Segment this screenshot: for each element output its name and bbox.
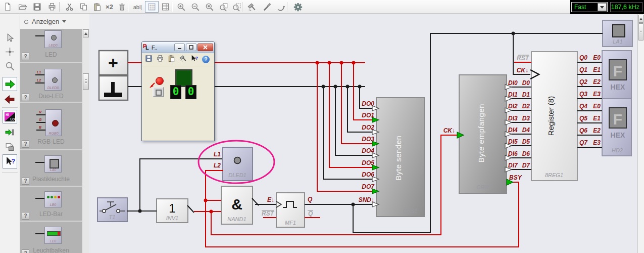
speed-select[interactable]: Fast: [571, 2, 608, 12]
duo-led-dled1-block[interactable]: DLED1: [222, 147, 253, 181]
palette-scrollbar[interactable]: [82, 29, 89, 253]
copy-icon[interactable]: [77, 1, 90, 13]
maximize-button[interactable]: [186, 44, 196, 51]
zoom-in-icon[interactable]: [174, 1, 188, 13]
zoom-region-icon[interactable]: [230, 1, 243, 13]
duplicate-x2-icon[interactable]: ×2: [103, 1, 116, 13]
scrollbar-thumb[interactable]: [638, 23, 643, 40]
step-run-icon[interactable]: [3, 126, 17, 139]
svg-text:CRB2: CRB2: [476, 184, 491, 190]
print-icon[interactable]: [156, 55, 164, 64]
probe-tool-icon[interactable]: [274, 1, 288, 13]
palette-item-plastikleuchte[interactable]: LA0 Plastikleuchte ?: [20, 150, 82, 186]
run-simulation-icon[interactable]: [3, 77, 17, 91]
magnifier-tool-icon[interactable]: [3, 60, 17, 72]
speed-value: Fast: [574, 4, 586, 11]
nand1-block[interactable]: & NAND1: [221, 186, 253, 224]
frontpanel-window[interactable]: PL F.. ? ? 0 0: [141, 41, 215, 141]
settings-gear-icon[interactable]: [291, 1, 305, 13]
cut-icon[interactable]: [63, 1, 76, 13]
save-icon[interactable]: [145, 55, 153, 64]
scrollbar-thumb[interactable]: [83, 73, 89, 90]
context-help-icon[interactable]: ?: [190, 55, 199, 64]
monoflop-mf1-block[interactable]: MF1: [276, 193, 305, 227]
hex-display-2-block[interactable]: F HEX HD2: [602, 99, 631, 156]
svg-text:CK↓: CK↓: [443, 127, 455, 134]
hex-display-1-block[interactable]: F HEX: [602, 51, 631, 99]
wire-tool-icon[interactable]: [3, 46, 17, 58]
pointer-tool-icon[interactable]: [3, 31, 17, 44]
palette-item-duo-led[interactable]: L1 L2 DLED0 Duo-LED ?: [20, 63, 82, 102]
back-arrow-icon[interactable]: [3, 93, 17, 106]
item-label: Plastikleuchte: [20, 176, 82, 183]
cascade-windows-icon[interactable]: [3, 140, 17, 153]
context-help-icon[interactable]: ?: [3, 154, 17, 168]
palette-item-leuchtbalken[interactable]: LE0 Leuchtbalken ?: [20, 222, 82, 253]
svg-text:F: F: [613, 63, 622, 79]
leuchtbalken-preview: LE0: [44, 227, 62, 244]
help-icon[interactable]: ?: [202, 56, 210, 63]
minimize-button[interactable]: [174, 44, 185, 51]
led-dot-icon: [52, 120, 59, 126]
paste-icon[interactable]: [168, 55, 175, 64]
panel-button[interactable]: [153, 87, 164, 97]
grid-lines-icon[interactable]: [159, 1, 172, 13]
speed-dropdown-button[interactable]: [598, 3, 607, 11]
item-help-button[interactable]: ?: [22, 249, 29, 253]
tools-icon[interactable]: [179, 55, 187, 64]
svg-text:LA1: LA1: [613, 38, 623, 45]
simulate-tools-icon[interactable]: [244, 1, 258, 13]
svg-text:DO7: DO7: [362, 183, 375, 190]
byte-senden-cbs1-block[interactable]: Byte senden CBS1: [376, 98, 424, 217]
item-help-button[interactable]: ?: [22, 177, 29, 185]
svg-text:DO1: DO1: [362, 112, 374, 119]
palette-item-rgb-led[interactable]: R G B RGB0 RGB-LED ?: [20, 103, 82, 149]
triangle-up-icon: [84, 31, 87, 35]
triangle-up-icon: [639, 16, 642, 20]
svg-text:D1: D1: [522, 91, 530, 98]
pin-stub: [35, 74, 44, 75]
paste-icon[interactable]: [90, 1, 104, 13]
palette-header[interactable]: Anzeigen: [20, 14, 89, 29]
print-icon[interactable]: [45, 1, 59, 13]
pin-stub: [35, 198, 44, 199]
palette-item-led-bar[interactable]: LB0 LED-Bar ?: [20, 187, 82, 221]
svg-text:D5: D5: [522, 138, 530, 145]
svg-text:HEX: HEX: [611, 83, 625, 91]
close-button[interactable]: [197, 44, 213, 51]
edit-tool-icon[interactable]: [260, 1, 274, 13]
grid-dots-icon[interactable]: [145, 1, 159, 13]
delete-trash-icon[interactable]: [115, 1, 129, 13]
thumb-grip: [640, 30, 641, 34]
item-help-button[interactable]: ?: [22, 212, 29, 220]
zoom-fit-icon[interactable]: [217, 1, 230, 13]
switch-t1-block[interactable]: T1: [97, 198, 127, 222]
new-file-icon[interactable]: [1, 1, 15, 13]
power-plus-block[interactable]: +: [99, 51, 128, 75]
led-dot-icon: [54, 196, 57, 198]
canvas-scrollbar[interactable]: [637, 14, 644, 253]
toolbar-separator: [287, 2, 288, 12]
palette-item-led[interactable]: LED0 LED ?: [20, 29, 82, 62]
byte-empfangen-crb2-block[interactable]: Byte empfangen CRB2: [459, 75, 507, 193]
item-label: LED-Bar: [20, 210, 82, 218]
svg-text:DI6: DI6: [508, 150, 518, 157]
zoom-actual-icon[interactable]: [203, 1, 216, 13]
item-help-button[interactable]: ?: [22, 140, 29, 148]
text-tool-icon[interactable]: abl|: [131, 1, 144, 13]
power-ground-block[interactable]: [99, 76, 128, 100]
scroll-up-button[interactable]: [638, 15, 643, 23]
save-icon[interactable]: [30, 1, 44, 13]
window-titlebar[interactable]: PL F..: [142, 42, 214, 53]
open-folder-icon[interactable]: [16, 1, 29, 13]
palette-category-label: Anzeigen: [32, 18, 59, 25]
zoom-out-icon[interactable]: [188, 1, 202, 13]
scroll-up-button[interactable]: [83, 29, 89, 37]
item-help-button[interactable]: ?: [22, 53, 29, 60]
item-help-button[interactable]: ?: [22, 94, 29, 101]
lamp-la1-block[interactable]: LA1: [603, 20, 632, 47]
hi-lo-levels-icon[interactable]: HI LO: [3, 110, 17, 123]
register-8reg1-block[interactable]: Register (8) 8REG1: [531, 52, 577, 181]
button-square-icon: [156, 90, 162, 96]
inverter-inv1-block[interactable]: 1 INV1: [157, 199, 188, 223]
